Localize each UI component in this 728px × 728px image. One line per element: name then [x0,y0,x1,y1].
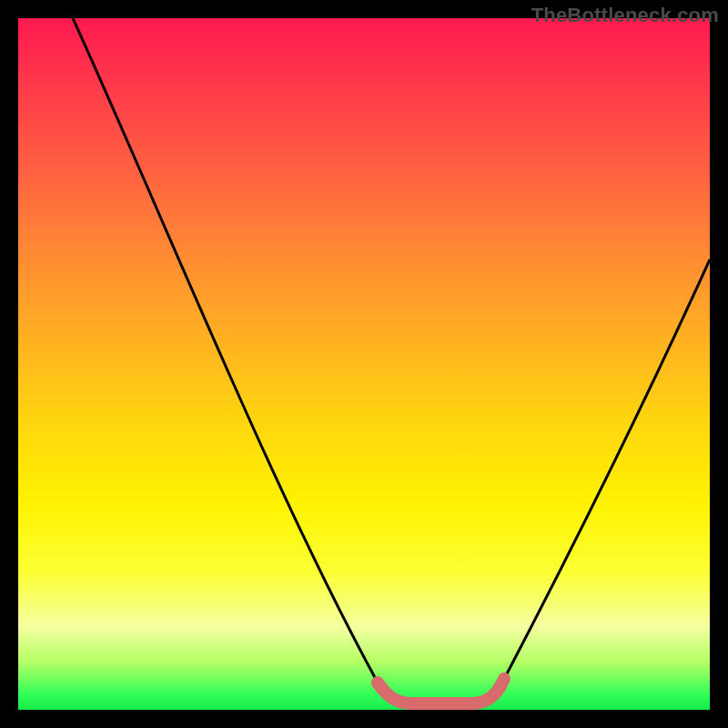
watermark-text: TheBottleneck.com [531,4,719,27]
valley-end-dot [498,672,511,685]
chart-frame: TheBottleneck.com [0,0,728,728]
curve-valley [378,682,502,703]
curve-left [73,18,378,682]
bottleneck-curve [18,18,710,710]
curve-right [502,259,710,682]
